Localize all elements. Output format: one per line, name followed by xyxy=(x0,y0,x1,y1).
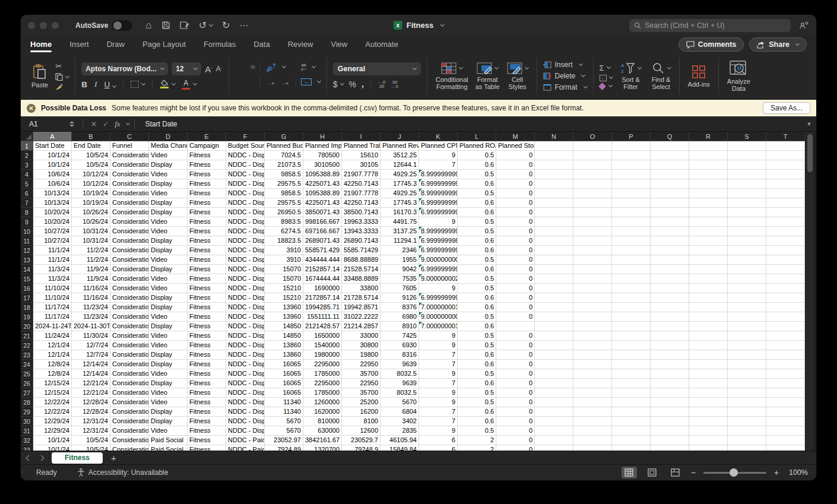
cell-S26[interactable] xyxy=(728,379,766,388)
cell-H23[interactable]: 1980000 xyxy=(303,350,342,360)
cell-A16[interactable]: 11/10/24 xyxy=(33,284,72,293)
cell-S21[interactable] xyxy=(728,331,766,341)
cell-D3[interactable]: Display xyxy=(149,160,188,170)
cell-R14[interactable] xyxy=(689,265,728,274)
column-header-M[interactable]: M xyxy=(496,132,535,141)
cell-R27[interactable] xyxy=(689,388,728,398)
cell-G27[interactable]: 16065 xyxy=(265,388,303,398)
cell-F25[interactable]: NDDC - Disp xyxy=(226,369,265,379)
cell-F6[interactable]: NDDC - Disp xyxy=(226,189,265,198)
title-chevron-down-icon[interactable] xyxy=(440,22,444,26)
cell-Q28[interactable] xyxy=(651,398,689,407)
cell-H10[interactable]: 697166.667 xyxy=(303,227,342,236)
share-button[interactable]: Share xyxy=(749,37,807,52)
cell-D32[interactable]: Paid Social xyxy=(149,436,188,445)
cell-C3[interactable]: Consideratio xyxy=(110,160,149,170)
cell-E16[interactable]: Fitness xyxy=(188,284,226,293)
clear-icon[interactable] xyxy=(600,84,613,89)
cell-G9[interactable]: 8983.5 xyxy=(265,217,303,227)
cell-I10[interactable]: 13943.3333 xyxy=(342,227,381,236)
cell-Q14[interactable] xyxy=(651,265,689,274)
orientation-icon[interactable]: ab↗ xyxy=(264,61,277,73)
cell-C23[interactable]: Consideratio xyxy=(110,350,149,360)
cell-E19[interactable]: Fitness xyxy=(188,312,226,322)
conditional-formatting-button[interactable]: ConditionalFormatting xyxy=(433,61,471,91)
cell-N8[interactable] xyxy=(535,208,573,217)
cell-H30[interactable]: 810000 xyxy=(303,417,342,426)
cell-H9[interactable]: 998166.667 xyxy=(303,217,342,227)
cell-J1[interactable]: Planned Reve xyxy=(381,141,419,151)
delete-menu[interactable]: Delete xyxy=(543,72,587,80)
cell-O15[interactable] xyxy=(573,274,612,284)
cell-P7[interactable] xyxy=(612,198,651,208)
cell-E25[interactable]: Fitness xyxy=(188,369,226,379)
cell-N28[interactable] xyxy=(535,398,573,407)
cell-B26[interactable]: 12/21/24 xyxy=(72,379,110,388)
cell-D23[interactable]: Display xyxy=(149,350,188,360)
cell-K33[interactable]: 6 xyxy=(419,445,458,451)
cell-C6[interactable]: Consideratio xyxy=(110,189,149,198)
cell-P11[interactable] xyxy=(612,236,651,246)
cell-I21[interactable]: 33000 xyxy=(342,331,381,341)
row-header-2[interactable]: 2 xyxy=(21,151,33,160)
cell-L23[interactable]: 0.6 xyxy=(458,350,496,360)
cell-F16[interactable]: NDDC - Disp xyxy=(226,284,265,293)
cell-I32[interactable]: 230529.7 xyxy=(342,436,381,445)
row-header-22[interactable]: 22 xyxy=(21,341,33,350)
cell-M31[interactable]: 0 xyxy=(496,426,535,436)
cell-N17[interactable] xyxy=(535,293,573,303)
cell-P8[interactable] xyxy=(612,208,651,217)
cell-T27[interactable] xyxy=(766,388,805,398)
cell-C22[interactable]: Consideratio xyxy=(110,341,149,350)
cell-H2[interactable]: 780500 xyxy=(303,151,342,160)
cell-T8[interactable] xyxy=(766,208,805,217)
cell-Q22[interactable] xyxy=(651,341,689,350)
cell-G33[interactable]: 7924.89 xyxy=(265,445,303,451)
cell-H33[interactable]: 1320700 xyxy=(303,445,342,451)
paste-button[interactable]: Paste xyxy=(29,63,50,90)
cell-M8[interactable]: 0 xyxy=(496,208,535,217)
cell-I14[interactable]: 21528.5714 xyxy=(342,265,381,274)
cell-G12[interactable]: 3910 xyxy=(265,246,303,255)
cell-A24[interactable]: 12/8/24 xyxy=(33,360,72,369)
cell-I15[interactable]: 33488.8889 xyxy=(342,274,381,284)
cell-O29[interactable] xyxy=(573,407,612,417)
cell-M17[interactable]: 0 xyxy=(496,293,535,303)
cell-L31[interactable]: 0.5 xyxy=(458,426,496,436)
cell-J8[interactable]: 16170.3 xyxy=(381,208,419,217)
cell-O7[interactable] xyxy=(573,198,612,208)
cell-E12[interactable]: Fitness xyxy=(188,246,226,255)
cell-L14[interactable]: 0.6 xyxy=(458,265,496,274)
align-left-icon[interactable] xyxy=(235,80,240,84)
cell-G4[interactable]: 9858.5 xyxy=(265,170,303,179)
cell-G6[interactable]: 9858.5 xyxy=(265,189,303,198)
cell-M2[interactable]: 0 xyxy=(496,151,535,160)
cell-D25[interactable]: Video xyxy=(149,369,188,379)
cell-I17[interactable]: 21728.5714 xyxy=(342,293,381,303)
cell-T18[interactable] xyxy=(766,303,805,312)
cell-R4[interactable] xyxy=(689,170,728,179)
cell-Q27[interactable] xyxy=(651,388,689,398)
cell-S9[interactable] xyxy=(728,217,766,227)
cell-L20[interactable]: 0.6 xyxy=(458,322,496,331)
cell-E1[interactable]: Campaign xyxy=(188,141,226,151)
addins-button[interactable]: Add-ins xyxy=(686,64,712,89)
cell-C19[interactable]: Consideratio xyxy=(110,312,149,322)
row-header-17[interactable]: 17 xyxy=(21,293,33,303)
cell-C21[interactable]: Consideratio xyxy=(110,331,149,341)
cell-N20[interactable] xyxy=(535,322,573,331)
cell-G31[interactable]: 5670 xyxy=(265,426,303,436)
column-header-E[interactable]: E xyxy=(188,132,226,141)
cell-F14[interactable]: NDDC - Disp xyxy=(226,265,265,274)
cell-G7[interactable]: 29575.5 xyxy=(265,198,303,208)
cell-K6[interactable]: 8.999999999 xyxy=(419,189,458,198)
cell-N6[interactable] xyxy=(535,189,573,198)
cell-M5[interactable]: 0 xyxy=(496,179,535,189)
cell-C11[interactable]: Consideratio xyxy=(110,236,149,246)
cell-T1[interactable] xyxy=(766,141,805,151)
cell-D5[interactable]: Display xyxy=(149,179,188,189)
cell-I27[interactable]: 35700 xyxy=(342,388,381,398)
cell-Q20[interactable] xyxy=(651,322,689,331)
cell-D12[interactable]: Display xyxy=(149,246,188,255)
cell-N5[interactable] xyxy=(535,179,573,189)
